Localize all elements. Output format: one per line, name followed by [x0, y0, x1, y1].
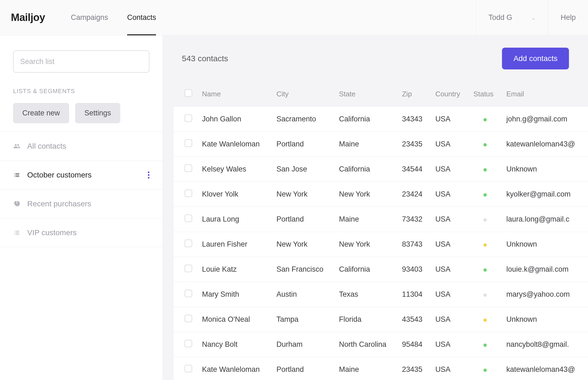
status-dot-icon	[483, 293, 487, 297]
cell-zip: 23424	[397, 182, 430, 207]
col-name[interactable]: Name	[197, 82, 271, 107]
sidebar-item-label: Recent purchasers	[27, 200, 91, 208]
col-country[interactable]: Country	[430, 82, 468, 107]
cell-country: USA	[430, 157, 468, 182]
pie-icon	[13, 200, 21, 207]
row-checkbox[interactable]	[185, 139, 192, 147]
sidebar-item-october-customers[interactable]: October customers	[0, 161, 163, 189]
cell-city: New York	[271, 232, 334, 257]
row-checkbox[interactable]	[185, 340, 192, 347]
cell-city: Tampa	[271, 307, 334, 332]
help-link[interactable]: Help	[548, 0, 588, 35]
cell-name: Kelsey Wales	[197, 157, 271, 182]
cell-country: USA	[430, 257, 468, 282]
row-checkbox[interactable]	[185, 164, 192, 172]
cell-name: Kate Wanleloman	[197, 132, 271, 157]
row-checkbox[interactable]	[185, 114, 192, 122]
cell-state: North Carolina	[334, 332, 397, 357]
cell-city: Portland	[271, 357, 334, 380]
cell-zip: 23435	[397, 132, 430, 157]
table-row[interactable]: Lauren FisherNew YorkNew York83743USAUnk…	[174, 232, 588, 257]
cell-name: Kate Wanleloman	[197, 357, 271, 380]
cell-state: New York	[334, 232, 397, 257]
cell-zip: 34343	[397, 107, 430, 132]
search-input[interactable]	[13, 50, 149, 73]
status-dot-icon	[483, 268, 487, 272]
sidebar-item-label: VIP customers	[27, 228, 77, 237]
chevron-down-icon: ⌄	[531, 14, 536, 21]
table-row[interactable]: Monica O'NealTampaFlorida43543USAUnknown	[174, 307, 588, 332]
row-checkbox[interactable]	[185, 240, 192, 247]
table-row[interactable]: Laura LongPortlandMaine73432USAlaura.lon…	[174, 207, 588, 232]
cell-zip: 23435	[397, 357, 430, 380]
cell-email: Unknown	[501, 232, 588, 257]
col-status[interactable]: Status	[468, 82, 501, 107]
sidebar-item-recent-purchasers[interactable]: Recent purchasers	[0, 189, 163, 218]
table-row[interactable]: John GallonSacramentoCalifornia34343USAj…	[174, 107, 588, 132]
cell-email: Unknown	[501, 307, 588, 332]
cell-email: marys@yahoo.com	[501, 282, 588, 307]
table-row[interactable]: Klover YolkNew YorkNew York23424USAkyolk…	[174, 182, 588, 207]
cell-state: California	[334, 157, 397, 182]
cell-status	[468, 357, 501, 380]
status-dot-icon	[483, 369, 487, 372]
row-checkbox[interactable]	[185, 214, 192, 222]
cell-name: Monica O'Neal	[197, 307, 271, 332]
cell-state: New York	[334, 182, 397, 207]
cell-status	[468, 107, 501, 132]
sidebar-list: All contacts October customers Recent pu…	[0, 132, 163, 247]
status-dot-icon	[483, 168, 487, 171]
table-row[interactable]: Mary SmithAustinTexas11304USAmarys@yahoo…	[174, 282, 588, 307]
cell-state: California	[334, 107, 397, 132]
group-icon	[13, 143, 21, 150]
main: 543 contacts Add contacts Name City Stat…	[163, 35, 588, 380]
cell-city: Portland	[271, 207, 334, 232]
row-checkbox[interactable]	[185, 290, 192, 297]
section-label: LISTS & SEGMENTS	[13, 88, 149, 95]
row-checkbox[interactable]	[185, 189, 192, 197]
cell-zip: 95484	[397, 332, 430, 357]
cell-status	[468, 257, 501, 282]
create-new-button[interactable]: Create new	[13, 103, 69, 123]
table-row[interactable]: Nancy BoltDurhamNorth Carolina95484USAna…	[174, 332, 588, 357]
cell-city: San Francisco	[271, 257, 334, 282]
cell-city: New York	[271, 182, 334, 207]
cell-country: USA	[430, 357, 468, 380]
brand-logo: Mailjoy	[0, 0, 61, 35]
table-row[interactable]: Kate WanlelomanPortlandMaine23435USAkate…	[174, 357, 588, 380]
table-row[interactable]: Kate WanlelomanPortlandMaine23435USAkate…	[174, 132, 588, 157]
nav-campaigns[interactable]: Campaigns	[61, 0, 118, 35]
more-icon[interactable]	[148, 171, 149, 179]
cell-name: Mary Smith	[197, 282, 271, 307]
col-state[interactable]: State	[334, 82, 397, 107]
settings-button[interactable]: Settings	[75, 103, 120, 123]
table-row[interactable]: Kelsey WalesSan JoseCalifornia34544USAUn…	[174, 157, 588, 182]
cell-city: Durham	[271, 332, 334, 357]
row-checkbox[interactable]	[185, 365, 192, 372]
cell-status	[468, 132, 501, 157]
cell-status	[468, 207, 501, 232]
sidebar-item-label: All contacts	[27, 142, 66, 151]
cell-status	[468, 307, 501, 332]
cell-state: Maine	[334, 132, 397, 157]
col-email[interactable]: Email	[501, 82, 588, 107]
nav-contacts[interactable]: Contacts	[118, 0, 166, 35]
cell-zip: 34544	[397, 157, 430, 182]
user-menu[interactable]: Todd G ⌄	[476, 0, 548, 35]
col-zip[interactable]: Zip	[397, 82, 430, 107]
table-row[interactable]: Louie KatzSan FranciscoCalifornia93403US…	[174, 257, 588, 282]
sidebar-item-all-contacts[interactable]: All contacts	[0, 132, 163, 161]
select-all-checkbox[interactable]	[185, 89, 192, 97]
cell-status	[468, 332, 501, 357]
row-checkbox[interactable]	[185, 315, 192, 322]
row-checkbox[interactable]	[185, 265, 192, 272]
cell-country: USA	[430, 332, 468, 357]
cell-name: John Gallon	[197, 107, 271, 132]
cell-zip: 83743	[397, 232, 430, 257]
cell-country: USA	[430, 182, 468, 207]
add-contacts-button[interactable]: Add contacts	[502, 48, 569, 69]
sidebar-item-vip-customers[interactable]: VIP customers	[0, 218, 163, 247]
col-city[interactable]: City	[271, 82, 334, 107]
cell-name: Louie Katz	[197, 257, 271, 282]
sidebar: LISTS & SEGMENTS Create new Settings All…	[0, 35, 163, 380]
